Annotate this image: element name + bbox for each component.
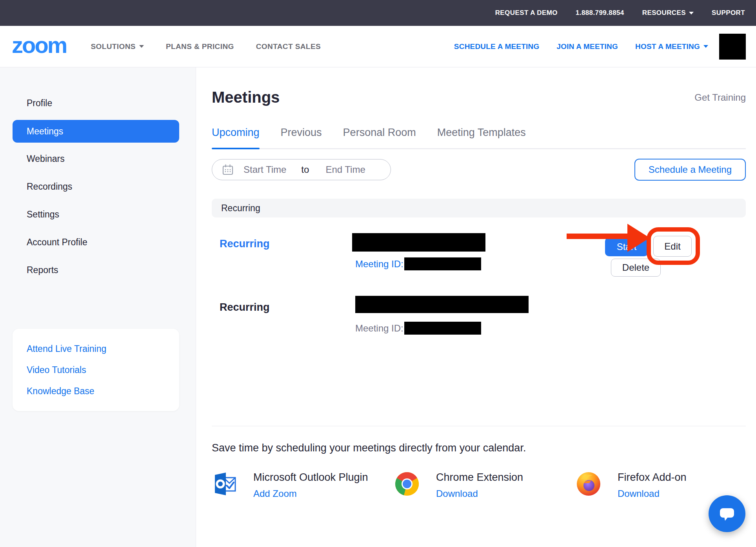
chat-bubble-icon bbox=[719, 506, 735, 522]
section-divider bbox=[212, 426, 746, 426]
sidebar-item-account-profile[interactable]: Account Profile bbox=[0, 228, 196, 256]
date-range-picker[interactable]: Start Time to End Time bbox=[212, 159, 391, 180]
firefox-addon-block: Firefox Add-on Download bbox=[576, 471, 687, 499]
page-title: Meetings bbox=[212, 89, 280, 106]
outlook-plugin-block: Microsoft Outlook Plugin Add Zoom bbox=[212, 471, 394, 499]
redacted-meeting-id bbox=[404, 257, 481, 270]
meeting-row: Recurring Meeting ID: Start Edit Delete bbox=[212, 233, 746, 277]
calendar-icon bbox=[222, 163, 234, 176]
firefox-download-link[interactable]: Download bbox=[618, 488, 687, 499]
recurring-section-header: Recurring bbox=[212, 199, 746, 217]
meeting-topic-link[interactable]: Recurring bbox=[220, 238, 270, 250]
support-link[interactable]: SUPPORT bbox=[712, 9, 745, 17]
chrome-extension-block: Chrome Extension Download bbox=[394, 471, 576, 499]
join-a-meeting-link[interactable]: JOIN A MEETING bbox=[556, 42, 618, 51]
plugin-name: Chrome Extension bbox=[436, 471, 523, 484]
meeting-row: Recurring Meeting ID: bbox=[212, 296, 746, 339]
meeting-id-label: Meeting ID: bbox=[355, 323, 403, 334]
tab-personal-room[interactable]: Personal Room bbox=[343, 127, 416, 148]
avatar[interactable] bbox=[719, 34, 746, 60]
outlook-icon bbox=[212, 471, 237, 496]
chevron-down-icon bbox=[139, 45, 144, 48]
sidebar-item-webinars[interactable]: Webinars bbox=[0, 145, 196, 173]
meeting-id-label: Meeting ID: bbox=[355, 259, 403, 270]
redacted-meeting-title bbox=[355, 296, 529, 313]
nav-solutions[interactable]: SOLUTIONS bbox=[91, 42, 144, 51]
host-a-meeting-menu[interactable]: HOST A MEETING bbox=[635, 42, 708, 51]
sidebar-item-recordings[interactable]: Recordings bbox=[0, 173, 196, 201]
plugin-row: Microsoft Outlook Plugin Add Zoom Chrome… bbox=[212, 471, 746, 499]
tab-upcoming[interactable]: Upcoming bbox=[212, 127, 260, 148]
meeting-topic[interactable]: Recurring bbox=[220, 301, 270, 313]
schedule-a-meeting-button[interactable]: Schedule a Meeting bbox=[634, 159, 746, 181]
video-tutorials-link[interactable]: Video Tutorials bbox=[27, 359, 179, 380]
date-range-to-label: to bbox=[301, 164, 309, 175]
chevron-down-icon bbox=[703, 45, 708, 48]
plugin-name: Firefox Add-on bbox=[618, 471, 687, 484]
filter-row: Start Time to End Time Schedule a Meetin… bbox=[212, 159, 746, 181]
sidebar-help-card: Attend Live Training Video Tutorials Kno… bbox=[13, 329, 179, 411]
meetings-tabs: Upcoming Previous Personal Room Meeting … bbox=[212, 127, 746, 149]
main-content: Meetings Get Training Upcoming Previous … bbox=[196, 67, 756, 547]
sidebar-item-settings[interactable]: Settings bbox=[0, 201, 196, 228]
plugin-name: Microsoft Outlook Plugin bbox=[253, 471, 368, 484]
knowledge-base-link[interactable]: Knowledge Base bbox=[27, 380, 179, 402]
chrome-icon bbox=[394, 471, 420, 496]
nav-contact-sales[interactable]: CONTACT SALES bbox=[256, 42, 321, 51]
phone-number[interactable]: 1.888.799.8854 bbox=[576, 9, 624, 17]
header-actions: SCHEDULE A MEETING JOIN A MEETING HOST A… bbox=[454, 42, 708, 51]
delete-button[interactable]: Delete bbox=[611, 259, 661, 277]
plugin-text: Microsoft Outlook Plugin Add Zoom bbox=[253, 471, 368, 499]
tab-previous[interactable]: Previous bbox=[281, 127, 322, 148]
add-zoom-link[interactable]: Add Zoom bbox=[253, 488, 368, 499]
chat-widget-button[interactable] bbox=[709, 495, 745, 532]
sidebar-item-profile[interactable]: Profile bbox=[0, 89, 196, 117]
schedule-a-meeting-link[interactable]: SCHEDULE A MEETING bbox=[454, 42, 540, 51]
main-header-row: Meetings Get Training bbox=[212, 89, 746, 106]
calendar-promo-text: Save time by scheduling your meetings di… bbox=[212, 442, 746, 454]
chrome-download-link[interactable]: Download bbox=[436, 488, 523, 499]
meeting-id-line: Meeting ID: bbox=[355, 257, 481, 270]
end-time-placeholder[interactable]: End Time bbox=[325, 164, 365, 175]
attend-live-training-link[interactable]: Attend Live Training bbox=[27, 338, 179, 359]
zoom-logo[interactable]: zoom bbox=[12, 34, 66, 60]
sidebar-item-meetings[interactable]: Meetings bbox=[13, 120, 179, 143]
plugin-text: Chrome Extension Download bbox=[436, 471, 523, 499]
site-header: zoom SOLUTIONS PLANS & PRICING CONTACT S… bbox=[0, 26, 756, 67]
edit-button[interactable]: Edit bbox=[653, 236, 692, 257]
start-button[interactable]: Start bbox=[605, 237, 648, 256]
top-utility-bar: REQUEST A DEMO 1.888.799.8854 RESOURCES … bbox=[0, 0, 756, 26]
nav-plans-pricing[interactable]: PLANS & PRICING bbox=[166, 42, 234, 51]
meeting-id-line: Meeting ID: bbox=[355, 322, 481, 335]
tab-meeting-templates[interactable]: Meeting Templates bbox=[437, 127, 526, 148]
sidebar-item-reports[interactable]: Reports bbox=[0, 256, 196, 284]
redacted-meeting-id bbox=[404, 322, 481, 335]
main-nav: SOLUTIONS PLANS & PRICING CONTACT SALES bbox=[91, 42, 321, 51]
chevron-down-icon bbox=[689, 12, 694, 14]
resources-menu[interactable]: RESOURCES bbox=[642, 9, 694, 17]
start-time-placeholder[interactable]: Start Time bbox=[244, 164, 286, 175]
get-training-link[interactable]: Get Training bbox=[694, 92, 746, 103]
redacted-meeting-title bbox=[352, 233, 485, 252]
host-a-meeting-label: HOST A MEETING bbox=[635, 42, 700, 51]
sidebar: Profile Meetings Webinars Recordings Set… bbox=[0, 67, 196, 547]
request-demo-link[interactable]: REQUEST A DEMO bbox=[495, 9, 558, 17]
firefox-icon bbox=[576, 471, 601, 496]
resources-label: RESOURCES bbox=[642, 9, 686, 17]
sidebar-nav: Profile Meetings Webinars Recordings Set… bbox=[0, 67, 196, 284]
page-layout: Profile Meetings Webinars Recordings Set… bbox=[0, 67, 756, 547]
solutions-label: SOLUTIONS bbox=[91, 42, 135, 51]
plugin-text: Firefox Add-on Download bbox=[618, 471, 687, 499]
